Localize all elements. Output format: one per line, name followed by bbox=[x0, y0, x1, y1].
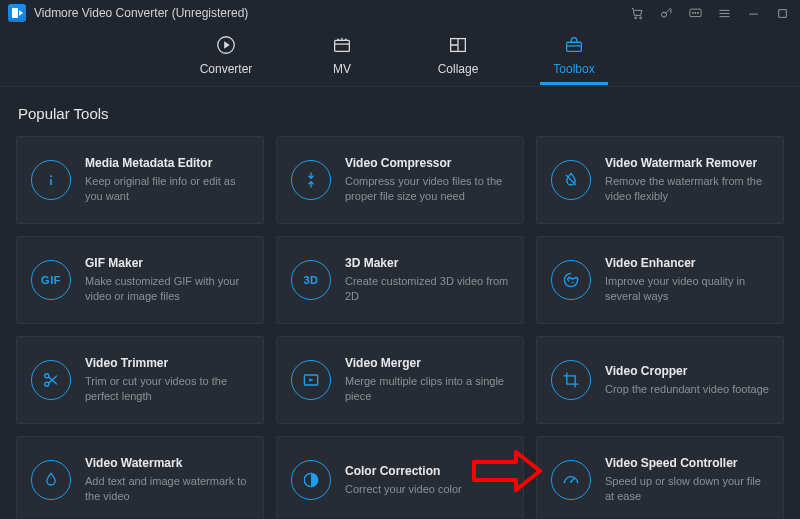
speed-icon bbox=[551, 460, 591, 500]
threed-text: 3D bbox=[303, 274, 318, 286]
tool-gif-maker[interactable]: GIF GIF Maker Make customized GIF with y… bbox=[16, 236, 264, 324]
tool-desc: Speed up or slow down your file at ease bbox=[605, 474, 769, 504]
nav-label: Collage bbox=[438, 62, 479, 76]
tool-desc: Correct your video color bbox=[345, 482, 509, 497]
mv-icon bbox=[331, 34, 353, 56]
tool-title: GIF Maker bbox=[85, 256, 249, 270]
tool-video-trimmer[interactable]: Video Trimmer Trim or cut your videos to… bbox=[16, 336, 264, 424]
svg-marker-9 bbox=[224, 41, 230, 48]
svg-rect-10 bbox=[335, 40, 350, 51]
tool-title: Color Correction bbox=[345, 464, 509, 478]
tool-desc: Trim or cut your videos to the perfect l… bbox=[85, 374, 249, 404]
tool-3d-maker[interactable]: 3D 3D Maker Create customized 3D video f… bbox=[276, 236, 524, 324]
tool-title: Video Watermark Remover bbox=[605, 156, 769, 170]
menu-icon[interactable] bbox=[717, 6, 732, 21]
app-title: Vidmore Video Converter (Unregistered) bbox=[34, 6, 248, 20]
svg-point-2 bbox=[662, 12, 667, 17]
tool-media-metadata-editor[interactable]: Media Metadata Editor Keep original file… bbox=[16, 136, 264, 224]
tool-title: Video Cropper bbox=[605, 364, 769, 378]
tool-video-watermark-remover[interactable]: Video Watermark Remover Remove the water… bbox=[536, 136, 784, 224]
tool-video-cropper[interactable]: Video Cropper Crop the redundant video f… bbox=[536, 336, 784, 424]
tool-desc: Crop the redundant video footage bbox=[605, 382, 769, 397]
tool-video-merger[interactable]: Video Merger Merge multiple clips into a… bbox=[276, 336, 524, 424]
collage-icon bbox=[447, 34, 469, 56]
key-icon[interactable] bbox=[659, 6, 674, 21]
tool-title: Video Compressor bbox=[345, 156, 509, 170]
nav-collage[interactable]: Collage bbox=[428, 34, 488, 84]
tool-video-compressor[interactable]: Video Compressor Compress your video fil… bbox=[276, 136, 524, 224]
tool-title: 3D Maker bbox=[345, 256, 509, 270]
watermark-icon bbox=[31, 460, 71, 500]
tool-desc: Remove the watermark from the video flex… bbox=[605, 174, 769, 204]
gif-icon: GIF bbox=[31, 260, 71, 300]
tool-desc: Keep original file info or edit as you w… bbox=[85, 174, 249, 204]
svg-point-4 bbox=[693, 12, 694, 13]
gif-text: GIF bbox=[41, 274, 61, 286]
tool-title: Video Merger bbox=[345, 356, 509, 370]
tool-color-correction[interactable]: Color Correction Correct your video colo… bbox=[276, 436, 524, 518]
tool-desc: Add text and image watermark to the vide… bbox=[85, 474, 249, 504]
svg-rect-7 bbox=[779, 9, 787, 17]
svg-point-13 bbox=[50, 175, 52, 177]
minimize-icon[interactable] bbox=[746, 6, 761, 21]
toolbox-icon bbox=[563, 34, 585, 56]
svg-point-1 bbox=[640, 16, 642, 18]
tool-title: Video Enhancer bbox=[605, 256, 769, 270]
compress-icon bbox=[291, 160, 331, 200]
nav-label: Converter bbox=[200, 62, 253, 76]
svg-rect-12 bbox=[567, 42, 582, 51]
app-logo bbox=[8, 4, 26, 22]
nav-converter[interactable]: Converter bbox=[196, 34, 256, 84]
nav-mv[interactable]: MV bbox=[312, 34, 372, 84]
nav-label: Toolbox bbox=[553, 62, 594, 76]
tool-video-speed-controller[interactable]: Video Speed Controller Speed up or slow … bbox=[536, 436, 784, 518]
maximize-icon[interactable] bbox=[775, 6, 790, 21]
tool-desc: Compress your video files to the proper … bbox=[345, 174, 509, 204]
enhance-icon bbox=[551, 260, 591, 300]
svg-point-5 bbox=[695, 12, 696, 13]
nav-toolbox[interactable]: Toolbox bbox=[544, 34, 604, 84]
svg-point-0 bbox=[635, 16, 637, 18]
cart-icon[interactable] bbox=[630, 6, 645, 21]
tool-desc: Create customized 3D video from 2D bbox=[345, 274, 509, 304]
threed-icon: 3D bbox=[291, 260, 331, 300]
svg-point-14 bbox=[568, 280, 570, 282]
nav-label: MV bbox=[333, 62, 351, 76]
tool-video-watermark[interactable]: Video Watermark Add text and image water… bbox=[16, 436, 264, 518]
content: Popular Tools Media Metadata Editor Keep… bbox=[0, 87, 800, 518]
feedback-icon[interactable] bbox=[688, 6, 703, 21]
scissors-icon bbox=[31, 360, 71, 400]
watermark-remove-icon bbox=[551, 160, 591, 200]
tools-grid: Media Metadata Editor Keep original file… bbox=[16, 136, 784, 518]
section-title: Popular Tools bbox=[18, 105, 784, 122]
converter-icon bbox=[215, 34, 237, 56]
color-icon bbox=[291, 460, 331, 500]
tool-title: Video Speed Controller bbox=[605, 456, 769, 470]
svg-point-6 bbox=[698, 12, 699, 13]
tool-title: Video Trimmer bbox=[85, 356, 249, 370]
tool-desc: Improve your video quality in several wa… bbox=[605, 274, 769, 304]
info-icon bbox=[31, 160, 71, 200]
tool-title: Video Watermark bbox=[85, 456, 249, 470]
tool-desc: Make customized GIF with your video or i… bbox=[85, 274, 249, 304]
svg-point-22 bbox=[570, 481, 572, 483]
window-controls bbox=[630, 6, 790, 21]
title-bar: Vidmore Video Converter (Unregistered) bbox=[0, 0, 800, 26]
top-nav: Converter MV Collage Toolbox bbox=[0, 26, 800, 87]
tool-desc: Merge multiple clips into a single piece bbox=[345, 374, 509, 404]
tool-title: Media Metadata Editor bbox=[85, 156, 249, 170]
svg-marker-20 bbox=[309, 378, 313, 381]
merge-icon bbox=[291, 360, 331, 400]
tool-video-enhancer[interactable]: Video Enhancer Improve your video qualit… bbox=[536, 236, 784, 324]
svg-point-16 bbox=[571, 278, 573, 280]
crop-icon bbox=[551, 360, 591, 400]
svg-point-15 bbox=[572, 282, 574, 284]
